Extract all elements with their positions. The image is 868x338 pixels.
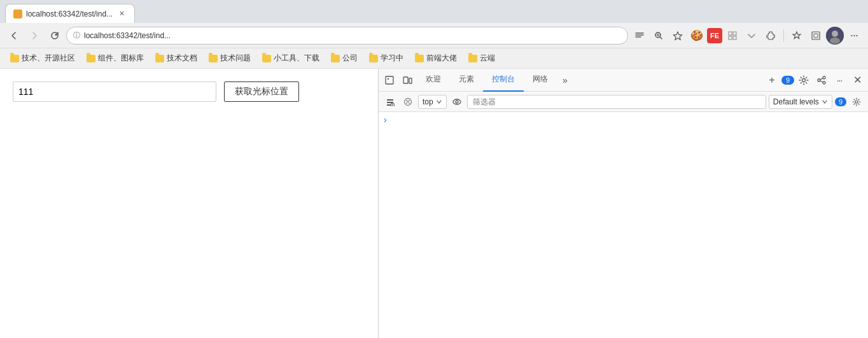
menu-button[interactable]: ···: [845, 27, 863, 45]
svg-rect-4: [729, 36, 732, 39]
devtools-console-content: ›: [379, 112, 868, 338]
folder-icon: [331, 55, 340, 62]
devtools-panel: 欢迎 元素 控制台 网络 » + 9: [378, 69, 868, 338]
log-level-selector[interactable]: Default levels: [769, 95, 832, 109]
read-mode-button[interactable]: [631, 27, 648, 45]
console-count-badge: 9: [835, 97, 846, 106]
back-button[interactable]: [5, 27, 23, 45]
page-content: 获取光标位置: [0, 69, 378, 338]
bookmark-label: 云端: [480, 53, 495, 64]
svg-rect-2: [729, 32, 732, 35]
more-tabs-button[interactable]: »: [557, 72, 573, 88]
devtools-toolbar: 欢迎 元素 控制台 网络 » + 9: [379, 69, 868, 92]
svg-rect-18: [387, 99, 393, 101]
clear-console-button[interactable]: [382, 94, 398, 109]
fe-extension-icon[interactable]: FE: [707, 28, 722, 43]
add-tab-button[interactable]: +: [764, 72, 780, 88]
tab-close-button[interactable]: ✕: [116, 9, 127, 19]
devtools-more-button[interactable]: ···: [831, 72, 848, 88]
svg-point-17: [823, 81, 825, 84]
bookmark-item-2[interactable]: 组件、图标库: [81, 51, 149, 66]
folder-icon: [209, 55, 218, 62]
cookie-icon[interactable]: 🍪: [688, 27, 706, 45]
forward-button[interactable]: [25, 27, 43, 45]
extensions-icon[interactable]: [762, 27, 780, 45]
console-clear-button[interactable]: [400, 94, 416, 109]
svg-rect-7: [814, 34, 818, 38]
zoom-button[interactable]: [650, 27, 668, 45]
svg-rect-5: [733, 36, 736, 39]
address-text: localhost:63342/test/ind...: [84, 31, 621, 40]
svg-point-9: [832, 31, 838, 37]
security-icon: ⓘ: [73, 31, 80, 40]
inspect-element-button[interactable]: [381, 72, 398, 88]
console-settings-button[interactable]: [849, 94, 864, 109]
navigation-bar: ⓘ localhost:63342/test/ind... 🍪 FE: [0, 23, 868, 48]
bookmark-label: 前端大佬: [426, 53, 457, 64]
tab-console[interactable]: 控制台: [483, 69, 524, 92]
svg-marker-1: [674, 32, 682, 40]
svg-rect-11: [386, 76, 393, 84]
address-bar[interactable]: ⓘ localhost:63342/test/ind...: [66, 27, 628, 45]
bookmark-item-3[interactable]: 技术文档: [150, 51, 202, 66]
bookmark-item-7[interactable]: 学习中: [364, 51, 409, 66]
devtools-toolbar2: top Default levels 9: [379, 92, 868, 112]
console-prompt-arrow[interactable]: ›: [381, 113, 389, 126]
live-expressions-button[interactable]: [449, 94, 465, 109]
svg-rect-13: [409, 78, 412, 83]
folder-icon: [415, 55, 424, 62]
devtools-settings-button[interactable]: [795, 72, 812, 88]
svg-point-23: [453, 99, 461, 104]
vcs-icon[interactable]: [743, 27, 760, 45]
bookmark-item-8[interactable]: 前端大佬: [410, 51, 462, 66]
bookmark-item-5[interactable]: 小工具、下载: [257, 51, 325, 66]
svg-rect-12: [403, 77, 408, 83]
svg-point-10: [830, 38, 840, 44]
grid-extension-icon[interactable]: [724, 27, 741, 45]
bookmark-label: 公司: [342, 53, 358, 64]
get-cursor-position-button[interactable]: 获取光标位置: [224, 81, 299, 102]
svg-point-24: [456, 101, 458, 103]
bookmark-item-9[interactable]: 云端: [463, 51, 500, 66]
folder-icon: [155, 55, 164, 62]
svg-point-16: [818, 79, 820, 81]
user-profile-button[interactable]: [826, 27, 844, 45]
cursor-position-input[interactable]: [13, 81, 216, 102]
context-selector[interactable]: top: [418, 95, 447, 109]
bookmark-item-4[interactable]: 技术问题: [204, 51, 256, 66]
folder-icon: [369, 55, 378, 62]
svg-rect-3: [733, 32, 736, 35]
favorites-button[interactable]: [788, 27, 806, 45]
reload-button[interactable]: [46, 27, 64, 45]
devtools-right-controls: + 9 ··· ✕: [764, 72, 865, 88]
folder-icon: [87, 55, 95, 62]
console-filter-input[interactable]: [467, 95, 766, 109]
nav-right-icons: 🍪 FE ···: [631, 27, 863, 45]
tab-bar: localhost:63342/test/ind... ✕: [0, 0, 868, 23]
bookmark-item-6[interactable]: 公司: [326, 51, 363, 66]
svg-point-15: [823, 76, 825, 79]
tab-network[interactable]: 网络: [524, 69, 557, 92]
context-value: top: [423, 97, 433, 106]
tab-elements[interactable]: 元素: [450, 69, 483, 92]
bookmark-label: 技术问题: [220, 53, 251, 64]
tab-welcome[interactable]: 欢迎: [417, 69, 450, 92]
device-toolbar-button[interactable]: [399, 72, 416, 88]
svg-rect-6: [812, 32, 820, 39]
svg-rect-20: [387, 104, 391, 106]
history-button[interactable]: [807, 27, 825, 45]
level-value: Default levels: [773, 97, 819, 106]
browser-tab[interactable]: localhost:63342/test/ind... ✕: [5, 4, 135, 23]
svg-point-25: [855, 101, 858, 103]
main-area: 获取光标位置 欢迎 元素: [0, 69, 868, 338]
folder-icon: [468, 55, 477, 62]
svg-point-14: [802, 78, 806, 81]
star-button[interactable]: [669, 27, 687, 45]
tab-title: localhost:63342/test/ind...: [26, 10, 113, 18]
bookmark-label: 技术、开源社区: [22, 53, 75, 64]
folder-icon: [10, 55, 19, 62]
bookmark-item-1[interactable]: 技术、开源社区: [5, 51, 80, 66]
devtools-close-button[interactable]: ✕: [849, 72, 865, 88]
devtools-tabs: 欢迎 元素 控制台 网络 »: [417, 69, 762, 92]
devtools-share-button[interactable]: [813, 72, 830, 88]
